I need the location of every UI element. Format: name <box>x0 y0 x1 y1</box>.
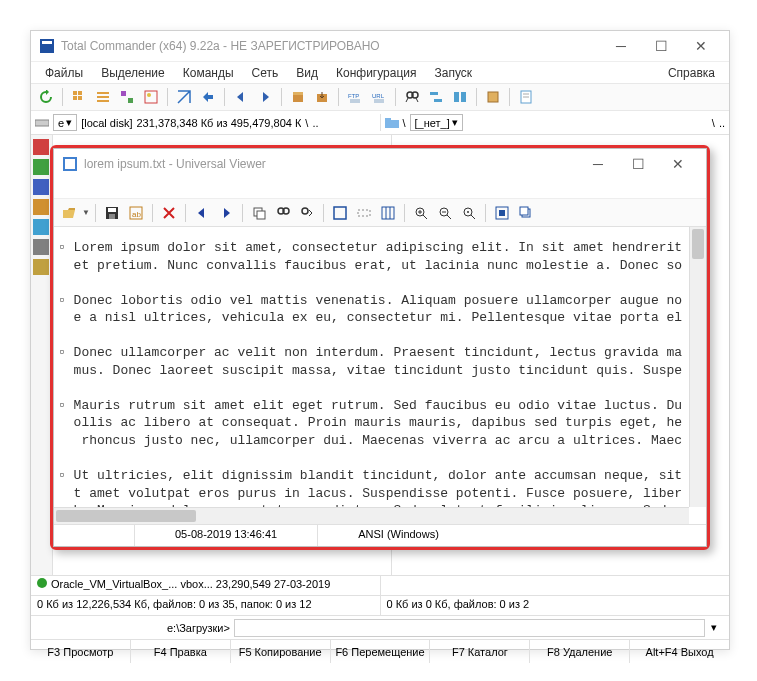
unpack-icon[interactable] <box>311 86 333 108</box>
uv-text-area[interactable]: ▫ Lorem ipsum dolor sit amet, consectetu… <box>54 227 706 524</box>
command-prompt-label: e:\Загрузки> <box>167 622 234 634</box>
vbar-icon[interactable] <box>33 239 49 255</box>
on-top-icon[interactable] <box>515 202 537 224</box>
fkey-altf4[interactable]: Alt+F4 Выход <box>630 640 729 663</box>
view-tree-icon[interactable] <box>116 86 138 108</box>
vbar-icon[interactable] <box>33 219 49 235</box>
fkey-f8[interactable]: F8 Удаление <box>530 640 630 663</box>
vbar-icon[interactable] <box>33 179 49 195</box>
fit-height-icon[interactable] <box>377 202 399 224</box>
command-dropdown-icon[interactable]: ▾ <box>705 621 723 634</box>
next-file-icon[interactable] <box>215 202 237 224</box>
menu-selection[interactable]: Выделение <box>93 64 173 82</box>
svg-rect-31 <box>385 120 399 128</box>
maximize-button[interactable]: ☐ <box>641 32 681 60</box>
vertical-scrollbar[interactable] <box>689 227 706 507</box>
svg-rect-25 <box>461 92 466 102</box>
uv-app-icon <box>62 156 78 172</box>
refresh-icon[interactable] <box>35 86 57 108</box>
vbar-icon[interactable] <box>33 139 49 155</box>
svg-point-51 <box>467 211 469 213</box>
menu-commands[interactable]: Команды <box>175 64 242 82</box>
menu-run[interactable]: Запуск <box>427 64 481 82</box>
menu-help[interactable]: Справка <box>660 64 723 82</box>
fkey-f4[interactable]: F4 Правка <box>131 640 231 663</box>
fkey-f3[interactable]: F3 Просмотр <box>31 640 131 663</box>
drive-up-button[interactable]: .. <box>312 117 318 129</box>
notepad-icon[interactable] <box>515 86 537 108</box>
drive-root-right[interactable]: \ <box>403 117 406 129</box>
drive-root-button-r[interactable]: \ <box>712 117 715 129</box>
zoom-in-icon[interactable] <box>410 202 432 224</box>
copy-icon[interactable] <box>248 202 270 224</box>
command-row: e:\Загрузки> ▾ <box>31 615 729 639</box>
zoom-actual-icon[interactable] <box>458 202 480 224</box>
svg-rect-1 <box>42 41 52 44</box>
fit-width-icon[interactable] <box>353 202 375 224</box>
goto-icon[interactable] <box>197 86 219 108</box>
find-icon[interactable] <box>272 202 294 224</box>
minimize-button[interactable]: ─ <box>601 32 641 60</box>
uv-menubar[interactable] <box>54 179 706 199</box>
ftp-connect-icon[interactable]: FTP <box>344 86 366 108</box>
status-left: 0 Кб из 12,226,534 Кб, файлов: 0 из 35, … <box>31 596 381 615</box>
vbar-icon[interactable] <box>33 159 49 175</box>
view-thumbs-icon[interactable] <box>140 86 162 108</box>
copy-names-icon[interactable] <box>482 86 504 108</box>
svg-rect-8 <box>97 100 109 102</box>
menu-view[interactable]: Вид <box>288 64 326 82</box>
multirename-icon[interactable] <box>425 86 447 108</box>
drive-root-button[interactable]: \ <box>305 117 308 129</box>
tc-titlebar: Total Commander (x64) 9.22a - НЕ ЗАРЕГИС… <box>31 31 729 61</box>
svg-rect-9 <box>121 91 126 96</box>
select-all-icon[interactable]: ab <box>125 202 147 224</box>
drive-up-button-r[interactable]: .. <box>719 117 725 129</box>
ftp-url-icon[interactable]: URL <box>368 86 390 108</box>
tc-app-icon <box>39 38 55 54</box>
save-icon[interactable] <box>101 202 123 224</box>
back-icon[interactable] <box>230 86 252 108</box>
uv-window-controls: ─ ☐ ✕ <box>578 150 698 178</box>
open-dropdown-icon[interactable]: ▼ <box>82 208 90 217</box>
horizontal-scrollbar[interactable] <box>54 507 689 524</box>
svg-rect-4 <box>73 96 77 100</box>
invert-icon[interactable] <box>173 86 195 108</box>
drive-selector-right[interactable]: [_нет_]▾ <box>410 114 463 131</box>
close-button[interactable]: ✕ <box>681 32 721 60</box>
search-icon[interactable] <box>401 86 423 108</box>
view-list-icon[interactable] <box>92 86 114 108</box>
drive-selector-left[interactable]: e▾ <box>53 114 77 131</box>
sync-icon[interactable] <box>449 86 471 108</box>
find-next-icon[interactable] <box>296 202 318 224</box>
open-icon[interactable] <box>58 202 80 224</box>
zoom-out-icon[interactable] <box>434 202 456 224</box>
minimize-button[interactable]: ─ <box>578 150 618 178</box>
file-info-left: Oracle_VM_VirtualBox_... vbox... 23,290,… <box>31 576 381 595</box>
svg-rect-23 <box>434 99 442 102</box>
menu-files[interactable]: Файлы <box>37 64 91 82</box>
drive-row: e▾ [local disk] 231,378,348 Кб из 495,47… <box>31 111 729 135</box>
svg-rect-22 <box>430 92 438 95</box>
fkey-f5[interactable]: F5 Копирование <box>231 640 331 663</box>
status-right: 0 Кб из 0 Кб, файлов: 0 из 2 <box>381 596 730 615</box>
prev-file-icon[interactable] <box>191 202 213 224</box>
view-brief-icon[interactable] <box>68 86 90 108</box>
fkey-f7[interactable]: F7 Каталог <box>430 640 530 663</box>
delete-icon[interactable] <box>158 202 180 224</box>
fit-window-icon[interactable] <box>329 202 351 224</box>
menu-config[interactable]: Конфигурация <box>328 64 425 82</box>
uv-titlebar: lorem ipsum.txt - Universal Viewer ─ ☐ ✕ <box>54 149 706 179</box>
fkey-f6[interactable]: F6 Перемещение <box>331 640 431 663</box>
forward-icon[interactable] <box>254 86 276 108</box>
pack-icon[interactable] <box>287 86 309 108</box>
vbar-icon[interactable] <box>33 259 49 275</box>
vbar-icon[interactable] <box>33 199 49 215</box>
svg-rect-53 <box>499 210 505 216</box>
maximize-button[interactable]: ☐ <box>618 150 658 178</box>
menu-net[interactable]: Сеть <box>244 64 287 82</box>
command-input[interactable] <box>234 619 705 637</box>
fullscreen-icon[interactable] <box>491 202 513 224</box>
svg-rect-37 <box>109 214 115 219</box>
close-button[interactable]: ✕ <box>658 150 698 178</box>
status-encoding: ANSI (Windows) <box>318 525 706 546</box>
